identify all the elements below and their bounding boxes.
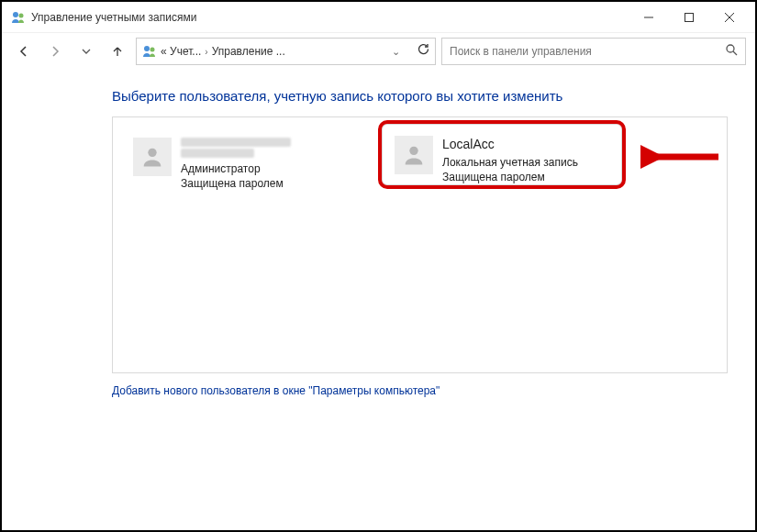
search-box[interactable] [441,38,746,65]
page-heading: Выберите пользователя, учетную запись ко… [112,88,728,104]
content: Выберите пользователя, учетную запись ко… [2,70,755,398]
add-user-link[interactable]: Добавить нового пользователя в окне "Пар… [112,384,440,397]
breadcrumb-seg-1[interactable]: « Учет... [161,45,201,58]
user-card-localacc[interactable]: LocalAcc Локальная учетная запись Защище… [395,136,633,184]
svg-point-7 [150,48,155,52]
svg-point-6 [144,46,150,51]
svg-point-1 [19,13,24,17]
svg-point-8 [727,45,734,52]
chevron-right-icon: › [205,47,207,57]
arrow-annotation [640,143,723,171]
users-app-icon [11,10,26,25]
user-card-admin[interactable]: Администратор Защищена паролем [133,138,372,191]
back-button[interactable] [11,39,37,64]
svg-point-11 [409,147,417,155]
users-app-icon [142,44,157,59]
recent-button[interactable] [73,39,99,64]
titlebar: Управление учетными записями [2,2,755,33]
window-controls [629,4,750,31]
refresh-button[interactable] [417,43,429,60]
blurred-username [181,138,291,158]
user-info: LocalAcc Локальная учетная запись Защище… [442,136,578,184]
user-role: Администратор [181,161,291,176]
nav-row: « Учет... › Управление ... ⌄ [2,33,755,70]
chevron-down-icon[interactable]: ⌄ [392,46,400,58]
breadcrumb-seg-2[interactable]: Управление ... [212,45,285,58]
search-input[interactable] [450,45,725,58]
maximize-button[interactable] [669,4,709,31]
svg-point-10 [148,149,156,157]
up-button[interactable] [105,39,130,64]
forward-button[interactable] [42,39,68,64]
user-protected: Защищена паролем [181,176,291,191]
svg-point-0 [13,12,18,17]
user-info: Администратор Защищена паролем [181,138,291,191]
user-protected: Защищена паролем [442,170,578,184]
user-type: Локальная учетная запись [442,155,578,170]
window-title: Управление учетными записями [31,11,196,24]
window-title-wrap: Управление учетными записями [11,10,629,25]
users-panel: Администратор Защищена паролем LocalAcc … [112,116,728,373]
svg-line-9 [733,51,737,55]
user-name: LocalAcc [442,136,578,153]
avatar-icon [133,138,172,176]
svg-rect-3 [685,13,694,21]
close-button[interactable] [709,4,750,31]
avatar-icon [395,136,433,174]
breadcrumb[interactable]: « Учет... › Управление ... ⌄ [136,38,436,65]
minimize-button[interactable] [629,4,669,31]
search-icon[interactable] [725,43,738,60]
